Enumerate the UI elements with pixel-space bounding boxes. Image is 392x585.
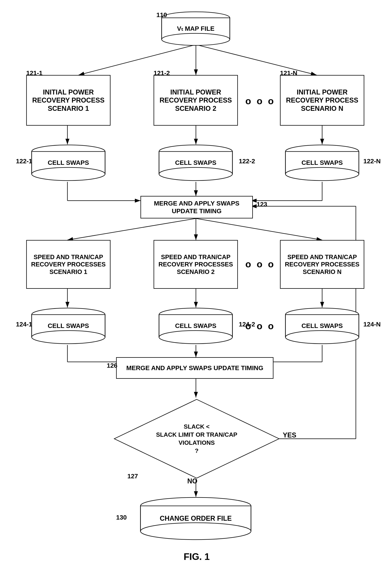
iprN-ref: 121-N [280,69,298,77]
cs-iprN-ref: 122-N [363,157,381,165]
dots-str: o o o [245,259,275,270]
cs-str1-ref: 124-1 [16,321,32,328]
cs-str1-node: CELL SWAPS [31,308,106,344]
cs-ipr2-ref: 122-2 [239,157,255,165]
cs-ipr2-node: CELL SWAPS [158,144,233,181]
merge2-ref: 126 [107,362,118,369]
ipr1-ref: 121-1 [26,69,42,77]
change-order-node: CHANGE ORDER FILE [140,497,252,540]
iprN-label: INITIAL POWER RECOVERY PROCESS SCENARIO … [284,88,361,113]
svg-point-50 [32,331,105,344]
ipr1-box: INITIAL POWER RECOVERY PROCESS SCENARIO … [26,75,110,126]
diamond-node: SLACK <SLACK LIMIT OR TRAN/CAPVIOLATIONS… [112,398,281,480]
fig-caption: FIG. 1 [159,551,234,562]
iprN-box: INITIAL POWER RECOVERY PROCESS SCENARIO … [280,75,364,126]
change-order-ref: 130 [116,514,127,521]
svg-line-3 [196,45,316,75]
str2-box: SPEED AND TRAN/CAP RECOVERY PROCESSES SC… [154,240,238,289]
svg-line-12 [68,218,196,240]
yes-label: YES [283,431,296,439]
svg-point-40 [159,167,232,181]
str1-label: SPEED AND TRAN/CAP RECOVERY PROCESSES SC… [30,253,107,276]
cs-ipr1-ref: 122-1 [16,157,32,165]
dots-cs-str: o o o [245,321,275,332]
cs-str2-node: CELL SWAPS [158,308,233,344]
ipr2-box: INITIAL POWER RECOVERY PROCESS SCENARIO … [154,75,238,126]
cs-iprN-node: CELL SWAPS [285,144,360,181]
svg-point-35 [32,167,105,181]
diagram: Vₜ MAP FILE 110 INITIAL POWER RECOVERY P… [0,0,392,585]
merge2-label: MERGE AND APPLY SWAPS UPDATE TIMING [126,364,263,372]
cs-strN-ref: 124-N [363,321,381,328]
svg-point-66 [140,523,251,540]
svg-point-60 [286,331,359,344]
merge1-ref: 123 [256,201,267,208]
merge1-box: MERGE AND APPLY SWAPS UPDATE TIMING [140,196,253,218]
strN-box: SPEED AND TRAN/CAP RECOVERY PROCESSES SC… [280,240,364,289]
svg-point-45 [286,167,359,181]
change-order-label: CHANGE ORDER FILE [160,514,232,522]
cs-strN-node: CELL SWAPS [285,308,360,344]
ipr1-label: INITIAL POWER RECOVERY PROCESS SCENARIO … [30,88,107,113]
str1-box: SPEED AND TRAN/CAP RECOVERY PROCESSES SC… [26,240,110,289]
merge2-box: MERGE AND APPLY SWAPS UPDATE TIMING [116,357,274,379]
no-label: NO [187,477,198,485]
cs-str2-label: CELL SWAPS [175,322,216,330]
cs-str1-label: CELL SWAPS [48,322,89,330]
ipr2-label: INITIAL POWER RECOVERY PROCESS SCENARIO … [157,88,234,113]
svg-point-55 [159,331,232,344]
dots-ipr: o o o [245,96,275,107]
vt-map-label: Vₜ MAP FILE [177,25,214,33]
svg-line-14 [196,218,322,240]
strN-label: SPEED AND TRAN/CAP RECOVERY PROCESSES SC… [283,253,361,276]
cs-ipr1-label: CELL SWAPS [48,159,89,166]
cs-iprN-label: CELL SWAPS [302,159,343,166]
vt-map-ref: 110 [156,11,167,19]
svg-line-1 [79,45,196,75]
diamond-label: SLACK <SLACK LIMIT OR TRAN/CAPVIOLATIONS… [156,423,237,455]
merge1-label: MERGE AND APPLY SWAPS UPDATE TIMING [143,199,250,215]
ipr2-ref: 121-2 [154,69,170,77]
str2-label: SPEED AND TRAN/CAP RECOVERY PROCESSES SC… [157,253,235,276]
cs-ipr1-node: CELL SWAPS [31,144,106,181]
vt-map-file-node: Vₜ MAP FILE [161,11,230,46]
cs-ipr2-label: CELL SWAPS [175,159,216,166]
svg-point-30 [162,33,230,45]
diamond-ref: 127 [127,472,138,480]
cs-strN-label: CELL SWAPS [302,322,343,330]
